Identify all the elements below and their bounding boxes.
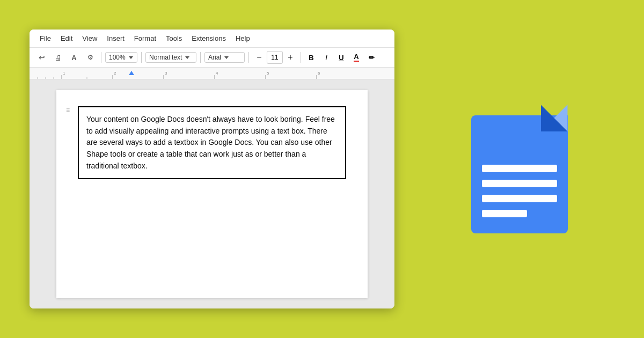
menu-format[interactable]: Format [130,33,160,44]
toolbar: ↩ 🖨 A ⚙ 100% Normal text Arial [30,48,394,68]
svg-text:6: 6 [318,71,320,76]
spellcheck-button[interactable]: A [67,50,81,64]
separator-5 [301,52,301,63]
print-icon: 🖨 [55,54,62,62]
text-box-content: Your content on Google Docs doesn't alwa… [86,115,335,170]
menu-bar: File Edit View Insert Format Tools Exten… [30,30,394,48]
svg-text:2: 2 [114,71,116,76]
underline-icon: U [339,54,343,62]
separator-2 [141,52,142,63]
menu-tools[interactable]: Tools [162,33,186,44]
paint-format-icon: ⚙ [87,54,93,61]
line-indicator: ≡ [66,106,70,114]
google-docs-window: File Edit View Insert Format Tools Exten… [30,30,394,308]
doc-line-1 [482,165,557,172]
bold-icon: B [309,54,313,62]
zoom-dropdown[interactable]: 100% [105,52,137,63]
highlight-icon: ✏ [369,54,375,62]
font-style-value: Normal text [149,54,182,61]
zoom-value: 100% [109,54,126,61]
font-name-value: Arial [208,54,221,61]
menu-view[interactable]: View [78,33,101,44]
italic-icon: I [325,54,327,62]
font-size-value: 11 [271,54,278,61]
underline-button[interactable]: U [335,51,348,64]
doc-line-2 [482,180,557,187]
font-name-chevron-icon [224,56,229,59]
font-size-box[interactable]: 11 [267,51,283,64]
print-button[interactable]: 🖨 [51,50,65,64]
font-style-chevron-icon [185,56,189,59]
separator-1 [101,52,101,63]
font-style-dropdown[interactable]: Normal text [145,52,196,63]
doc-line-3 [482,195,557,202]
font-size-increase-button[interactable]: + [284,51,297,64]
undo-icon: ↩ [39,53,45,62]
svg-text:3: 3 [165,71,167,76]
font-size-decrease-button[interactable]: − [253,51,266,64]
font-size-area: − 11 + [253,51,297,64]
undo-button[interactable]: ↩ [35,50,49,64]
gdocs-icon-container [394,105,644,233]
highlight-button[interactable]: ✏ [365,51,378,64]
doc-page: ≡ Your content on Google Docs doesn't al… [56,90,368,298]
svg-text:1: 1 [63,71,65,76]
font-color-button[interactable]: A [350,51,363,64]
gdocs-icon [466,105,573,233]
bold-button[interactable]: B [305,51,318,64]
font-name-dropdown[interactable]: Arial [204,52,245,63]
doc-line-4 [482,210,527,217]
separator-4 [248,52,249,63]
doc-body: ≡ Your content on Google Docs doesn't al… [30,79,394,308]
menu-file[interactable]: File [36,33,55,44]
text-box[interactable]: Your content on Google Docs doesn't alwa… [78,106,346,179]
svg-text:4: 4 [216,71,218,76]
svg-marker-16 [129,71,134,75]
ruler: 1 2 3 4 5 6 [30,68,394,79]
zoom-chevron-icon [129,56,133,59]
menu-help[interactable]: Help [232,33,254,44]
italic-button[interactable]: I [320,51,333,64]
paint-format-button[interactable]: ⚙ [83,50,97,64]
svg-text:5: 5 [267,71,269,76]
menu-insert[interactable]: Insert [103,33,128,44]
menu-extensions[interactable]: Extensions [188,33,230,44]
doc-lines [482,165,557,217]
font-color-icon: A [354,53,358,62]
spellcheck-icon: A [71,54,76,62]
menu-edit[interactable]: Edit [57,33,76,44]
separator-3 [200,52,201,63]
ruler-svg: 1 2 3 4 5 6 [30,68,394,79]
